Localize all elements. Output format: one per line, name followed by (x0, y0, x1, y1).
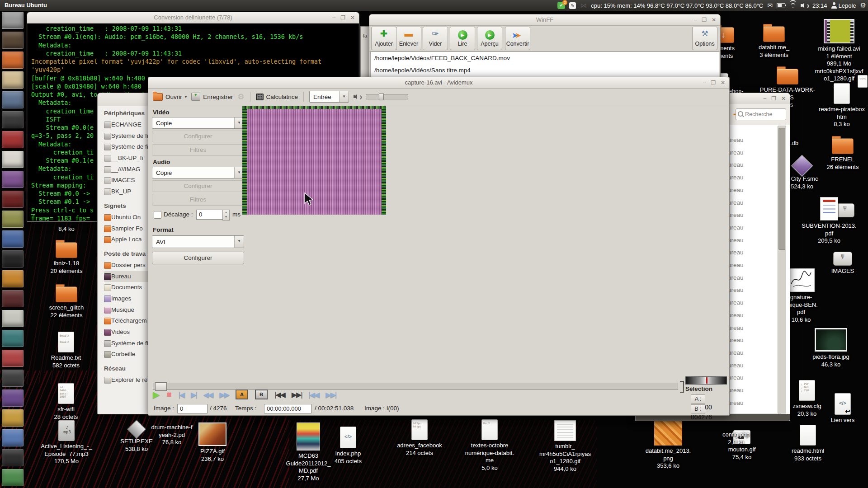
dock-thumbnail[interactable] (2, 429, 24, 446)
stop-button[interactable]: ■ (166, 389, 171, 399)
dock-thumbnail[interactable] (2, 449, 24, 466)
desktop-menu[interactable]: Bureau Ubuntu (5, 0, 47, 11)
desktop-icon-sfr-wifi[interactable]: id:0466pass:1907sfr-wifi28 octets (37, 383, 95, 421)
volume-slider[interactable] (366, 94, 408, 99)
ajouter-button[interactable]: ✚Ajouter (371, 27, 396, 50)
close-button[interactable]: ✕ (721, 77, 725, 88)
options-button[interactable]: ⚒Options (692, 27, 717, 50)
dock-thumbnail[interactable] (2, 111, 24, 128)
minimize-button[interactable]: – (332, 12, 335, 23)
dock-thumbnail[interactable] (2, 12, 24, 29)
desktop-icon-subvention-2013[interactable]: SUBVENTION-2013.pdf209,5 ko (800, 197, 859, 245)
desktop-icon-index-php[interactable]: </>index.php405 octets (319, 427, 377, 465)
dock-thumbnail[interactable] (2, 230, 24, 248)
open-button[interactable]: Ouvrir ▾ (153, 93, 187, 101)
desktop-icon-config-php[interactable]: config.php2,0 ko (707, 429, 765, 446)
dock-thumbnail[interactable] (2, 250, 24, 267)
shift-value-input[interactable]: 0 (196, 210, 223, 220)
dock-thumbnail[interactable] (2, 211, 24, 228)
next-frame-button[interactable]: ▶| (191, 390, 196, 399)
time-input[interactable]: 00:00:00.000 (264, 404, 311, 413)
mail-icon[interactable]: ✉ (767, 2, 773, 9)
desktop-icon-readme-piratebox[interactable]: readme-pirateboxhtm8,3 ko (812, 83, 868, 128)
search-input[interactable]: Recherche (736, 108, 786, 120)
dock-thumbnail[interactable] (2, 171, 24, 188)
previous-frame-button[interactable]: |◀ (179, 390, 184, 399)
dock-thumbnail[interactable] (2, 350, 24, 367)
dock-thumbnail[interactable] (2, 52, 24, 69)
next-keyframe-button[interactable]: ▶▶| (292, 390, 302, 399)
desktop-icon-readme-html[interactable]: readme.html933 octets (778, 425, 837, 462)
desktop-icon-databit-me-2013[interactable]: databit.me_2013.png353,6 ko (639, 420, 698, 470)
desktop-icon-lien-vers[interactable]: </>↩Lien vers (813, 393, 868, 424)
minimize-button[interactable]: – (703, 77, 706, 88)
format-configure-button[interactable]: Configurer (152, 252, 244, 264)
terminal-titlebar[interactable]: Conversion delinlunette (7/78) –❐✕ (27, 12, 359, 23)
first-frame-button[interactable]: |◀◀ (309, 390, 319, 399)
last-frame-button[interactable]: ▶▶| (326, 390, 336, 399)
jog-shuttle[interactable] (685, 376, 727, 385)
save-button[interactable]: Enregistrer (191, 93, 233, 101)
calculator-button[interactable]: Calculatrice (256, 94, 298, 100)
mark-a-button[interactable]: A (236, 389, 248, 399)
maximize-button[interactable]: ❐ (340, 12, 345, 23)
desktop-icon-8-4-ko[interactable]: 8,4 ko (37, 224, 96, 233)
scrollbar[interactable] (778, 126, 786, 413)
video-preview[interactable] (242, 106, 386, 215)
messaging-icon[interactable]: ✓2 (557, 2, 565, 9)
video-codec-select[interactable]: Copie ▾ (152, 117, 244, 129)
desktop-icon-ibniz-1-18[interactable]: ibniz-1.1820 éléments (37, 239, 96, 275)
backward-button[interactable]: ◀◀ (203, 390, 213, 399)
close-button[interactable]: ✕ (350, 12, 355, 23)
chevron-down-icon[interactable]: ▾ (234, 236, 244, 248)
volume-slider-thumb[interactable] (379, 93, 384, 100)
format-select[interactable]: AVI ▾ (152, 235, 244, 248)
scrollbar-thumb[interactable] (778, 128, 785, 250)
wifi-icon[interactable] (789, 3, 797, 8)
desktop-icon-readme-txt[interactable]: Email!Email!Readme.txt582 octets (37, 332, 95, 369)
desktop-icon-databit-me[interactable]: databit.me_3 éléments (745, 23, 803, 59)
convertir-button[interactable]: ➤➤Convertir (505, 27, 530, 50)
dock-thumbnail[interactable] (2, 91, 24, 108)
desktop-icon-tumblr[interactable]: tumblr_mr4h5o5CiA1rpiyaso1_1280.gif944,0… (536, 420, 594, 473)
dock-thumbnail[interactable] (2, 469, 24, 486)
dock-thumbnail[interactable] (2, 330, 24, 347)
shift-stepper[interactable]: ▲ ▼ (222, 210, 230, 221)
battery-icon[interactable] (777, 3, 785, 8)
minimize-button[interactable]: – (693, 14, 697, 25)
spin-up-icon[interactable]: ▲ (225, 211, 227, 214)
audio-filters-button[interactable]: Filtres (152, 194, 244, 206)
desktop-icon-screen-glitch[interactable]: screen_glitch22 éléments (37, 284, 96, 319)
vider-button[interactable]: ✑Vider (423, 27, 448, 50)
audio-configure-button[interactable]: Configurer (152, 180, 244, 192)
image-number-input[interactable]: 0 (177, 404, 208, 413)
maximize-button[interactable]: ❐ (711, 77, 716, 88)
dock-thumbnail[interactable] (2, 71, 24, 89)
maximize-button[interactable]: ❐ (702, 14, 707, 25)
winff-titlebar[interactable]: WinFF –❐✕ (369, 14, 720, 26)
dock-thumbnail[interactable] (2, 191, 24, 208)
session-gear-icon[interactable]: ⚙ (860, 1, 866, 9)
compose-icon[interactable]: ✎ (569, 2, 576, 9)
chevron-down-icon[interactable]: ▾ (185, 94, 187, 99)
dock-thumbnail[interactable] (2, 32, 24, 49)
audio-codec-select[interactable]: Copie ▾ (152, 167, 244, 178)
app-indicator-icon[interactable]: ⋈ (580, 1, 587, 9)
user-menu[interactable]: Lepole (831, 2, 856, 9)
maximize-button[interactable]: ❐ (771, 93, 776, 104)
enlever-button[interactable]: ▬Enlever (396, 27, 421, 50)
clock[interactable]: 23:14 (812, 2, 827, 9)
dock-thumbnail[interactable] (2, 370, 24, 387)
shift-checkbox[interactable] (154, 211, 161, 219)
dock-thumbnail[interactable] (2, 131, 24, 148)
dock-thumbnail[interactable] (2, 310, 24, 327)
dock-thumbnail[interactable] (2, 151, 24, 168)
desktop-icon-textes-octobre[interactable]: Du 2textes-octobrenumérique-databit.me5,… (460, 419, 519, 472)
close-button[interactable]: ✕ (781, 93, 786, 104)
video-configure-button[interactable]: Configurer (152, 131, 244, 142)
desktop-icon-adrees-facebook[interactable]: http:http:adrees_facebook214 octets (390, 419, 449, 457)
chevron-down-icon[interactable]: ▾ (339, 91, 349, 102)
mark-b-button[interactable]: B (255, 389, 268, 399)
file-row[interactable]: /home/lepole/Vidéos/FEED_BACK_CANARD.mov (371, 52, 719, 64)
dock-thumbnail[interactable] (2, 389, 24, 407)
